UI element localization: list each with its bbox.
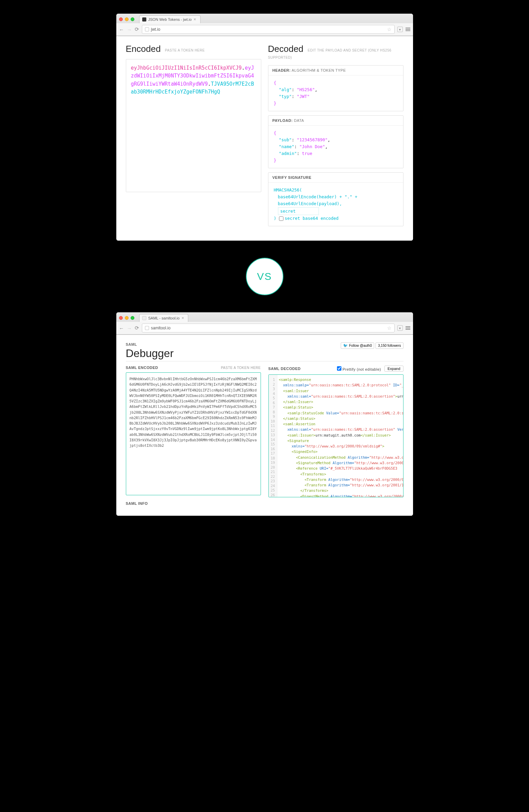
- window-controls: [119, 316, 134, 320]
- reload-button[interactable]: ⟳: [135, 26, 139, 32]
- sig-line-2: base64UrlEncode(payload),: [274, 200, 398, 207]
- expand-button[interactable]: Expand: [384, 366, 403, 372]
- encoded-token-input[interactable]: eyJhbGciOiJIUzI1NiIsInR5cCI6IkpXVCJ9.eyJ…: [126, 59, 261, 192]
- minimize-window-icon[interactable]: [125, 17, 129, 21]
- secret-b64-checkbox[interactable]: [279, 216, 283, 221]
- signature-panel-label: VERIFY SIGNATURE: [273, 175, 312, 180]
- follower-count: 3,150 followers: [376, 342, 403, 349]
- profile-icon[interactable]: ▾: [397, 27, 403, 32]
- saml-decoded-viewer[interactable]: 1234567891011121314151617181920212223242…: [268, 374, 403, 497]
- vs-separator: VS: [10, 258, 519, 295]
- encoded-heading: Encoded: [126, 44, 161, 54]
- profile-icon[interactable]: ▾: [397, 325, 403, 331]
- hamburger-menu-icon[interactable]: [406, 326, 410, 330]
- payload-panel-sub: DATA: [294, 118, 304, 123]
- bookmark-icon[interactable]: ☆: [387, 325, 392, 331]
- saml-encoded-heading: SAML ENCODED: [126, 366, 158, 370]
- header-panel: HEADER: ALGORITHM & TOKEN TYPE { "alg": …: [268, 65, 403, 111]
- payload-panel: PAYLOAD: DATA { "sub": "1234567890", "na…: [268, 115, 403, 168]
- forward-button[interactable]: →: [127, 325, 132, 331]
- page-icon: [145, 27, 149, 31]
- tab-favicon: [142, 17, 146, 22]
- browser-tab[interactable]: JSON Web Tokens - jwt.io ×: [139, 15, 201, 23]
- encoded-hint: PASTE A TOKEN HERE: [165, 48, 205, 52]
- token-header-segment: eyJhbGciOiJIUzI1NiIsInR5cCI6IkpXVCJ9: [131, 65, 242, 71]
- maximize-window-icon[interactable]: [131, 17, 134, 21]
- twitter-follow-button[interactable]: 🐦Follow @auth0: [341, 342, 374, 349]
- window-controls: [119, 17, 134, 21]
- tab-title: SAML - samltool.io: [148, 316, 180, 320]
- url-text: jwt.io: [151, 27, 160, 32]
- saml-info-heading: SAML INFO: [126, 501, 261, 505]
- hamburger-menu-icon[interactable]: [406, 28, 410, 31]
- payload-panel-label: PAYLOAD:: [273, 118, 293, 123]
- jwt-page: Encoded PASTE A TOKEN HERE eyJhbGciOiJIU…: [116, 36, 413, 241]
- saml-decoded-heading: SAML DECODED: [268, 367, 301, 371]
- close-tab-icon[interactable]: ×: [194, 17, 196, 22]
- close-window-icon[interactable]: [119, 316, 123, 320]
- secret-b64-label[interactable]: secret base64 encoded: [279, 216, 339, 221]
- browser-tab[interactable]: SAML - samltool.io ×: [139, 314, 189, 322]
- header-json[interactable]: { "alg": "HS256", "typ": "JWT" }: [268, 75, 403, 111]
- vs-badge: VS: [246, 258, 283, 295]
- close-tab-icon[interactable]: ×: [181, 316, 184, 320]
- bookmark-icon[interactable]: ☆: [387, 27, 392, 32]
- browser-window-saml: SAML - samltool.io × ← → ⟳ samltool.io ☆…: [116, 312, 413, 516]
- back-button[interactable]: ←: [119, 325, 124, 331]
- header-panel-sub: ALGORITHM & TOKEN TYPE: [292, 68, 346, 72]
- sig-fn: HMACSHA256(: [274, 187, 398, 194]
- forward-button[interactable]: →: [127, 27, 132, 32]
- saml-heading: Debugger: [126, 347, 174, 360]
- address-bar[interactable]: samltool.io ☆: [142, 324, 395, 332]
- page-icon: [145, 326, 149, 330]
- close-window-icon[interactable]: [119, 17, 123, 21]
- minimize-window-icon[interactable]: [125, 316, 129, 320]
- saml-encoded-textarea[interactable]: PHNhbWxwOlJlc3BvbnNlIHhtbG5zOnNhbWxwPSJ1…: [126, 372, 261, 495]
- tab-title: JSON Web Tokens - jwt.io: [148, 17, 192, 22]
- saml-encoded-hint: PASTE A TOKEN HERE: [221, 366, 261, 370]
- browser-window-jwt: JSON Web Tokens - jwt.io × ← → ⟳ jwt.io …: [116, 14, 413, 241]
- xml-content: <samlp:Response xmlns:samlp="urn:oasis:n…: [277, 375, 403, 497]
- url-text: samltool.io: [151, 326, 171, 330]
- prettify-toggle[interactable]: Prettify (not editable): [337, 366, 381, 371]
- maximize-window-icon[interactable]: [131, 316, 134, 320]
- address-bar[interactable]: jwt.io ☆: [142, 25, 395, 34]
- signature-panel: VERIFY SIGNATURE HMACSHA256( base64UrlEn…: [268, 172, 403, 226]
- twitter-icon: 🐦: [343, 343, 348, 348]
- back-button[interactable]: ←: [119, 27, 124, 32]
- saml-crumb: SAML: [126, 342, 174, 346]
- decoded-heading: Decoded: [268, 44, 304, 54]
- chrome-top: JSON Web Tokens - jwt.io × ← → ⟳ jwt.io …: [116, 14, 413, 36]
- prettify-checkbox[interactable]: [337, 366, 341, 371]
- payload-json[interactable]: { "sub": "1234567890", "name": "John Doe…: [268, 126, 403, 168]
- secret-input[interactable]: [278, 207, 319, 215]
- sig-line-1: base64UrlEncode(header) + "." +: [274, 194, 398, 200]
- header-panel-label: HEADER:: [273, 68, 291, 72]
- chrome-top: SAML - samltool.io × ← → ⟳ samltool.io ☆…: [116, 312, 413, 335]
- tab-favicon: [142, 316, 146, 320]
- saml-page: SAML Debugger 🐦Follow @auth0 3,150 follo…: [116, 335, 413, 516]
- reload-button[interactable]: ⟳: [135, 325, 139, 331]
- line-gutter: 1234567891011121314151617181920212223242…: [269, 375, 278, 497]
